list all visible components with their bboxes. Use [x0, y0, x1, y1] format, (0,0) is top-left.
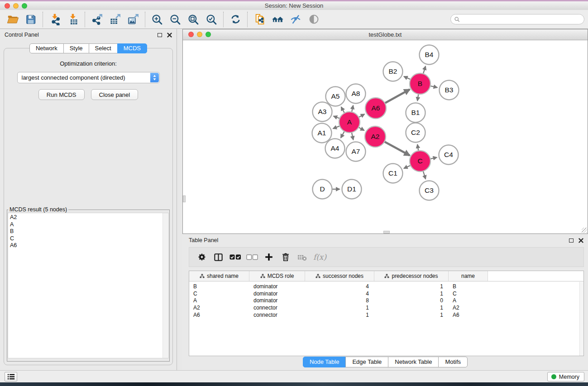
result-item[interactable]: C [8, 235, 168, 243]
run-mcds-button[interactable]: Run MCDS [38, 89, 85, 100]
float-panel-icon[interactable] [569, 238, 574, 243]
search-input[interactable] [462, 16, 584, 23]
add-column-button[interactable] [260, 252, 277, 262]
table-scrollbar[interactable] [579, 282, 583, 356]
tab-network-table[interactable]: Network Table [388, 357, 439, 367]
zoom-in-button[interactable] [148, 12, 166, 27]
graph-edge-B-B3[interactable] [430, 86, 437, 87]
zoom-out-button[interactable] [166, 12, 184, 27]
mcds-result-listbox[interactable]: A2ABCA6 [8, 213, 169, 358]
column-header-successor-nodes[interactable]: successor nodes [305, 271, 374, 281]
graph-edge-B-B2[interactable] [404, 76, 411, 80]
graph-edge-A6-B[interactable] [385, 90, 410, 103]
graph-edge-A-A8[interactable] [352, 105, 353, 112]
export-network-button[interactable] [88, 12, 106, 27]
column-header-shared-name[interactable]: shared name [189, 271, 249, 281]
network-graph[interactable]: B4B2BB3A5A8A6A3B1AA1C2A2A4A7C4CC1C3DD1 [183, 40, 588, 234]
criterion-dropdown[interactable]: largest connected component (directed) [17, 72, 160, 83]
table-settings-button[interactable] [193, 252, 210, 262]
search-field[interactable] [450, 14, 584, 24]
minimize-window-button[interactable] [13, 3, 19, 9]
graph-edge-A-A2[interactable] [359, 127, 364, 130]
table-cell: B [449, 283, 488, 290]
table-row[interactable]: Bdominator41B [189, 283, 583, 290]
network-canvas[interactable]: B4B2BB3A5A8A6A3B1AA1C2A2A4A7C4CC1C3DD1 [183, 40, 588, 234]
zoom-window-button[interactable] [22, 3, 27, 9]
refresh-icon [230, 14, 241, 25]
tab-network[interactable]: Network [29, 43, 64, 53]
tab-edge-table[interactable]: Edge Table [345, 357, 388, 367]
graph-node-label: A4 [331, 144, 339, 152]
graph-edge-C-C4[interactable] [430, 157, 437, 159]
graph-edge-B-B1[interactable] [417, 94, 418, 101]
graph-node-label: A1 [318, 129, 326, 137]
first-neighbors-button[interactable] [268, 12, 287, 27]
tab-motifs[interactable]: Motifs [438, 357, 468, 367]
zoom-selected-button[interactable] [202, 12, 220, 27]
result-item[interactable]: A [8, 221, 168, 229]
graph-edge-A-A6[interactable] [359, 114, 364, 117]
close-panel-icon[interactable] [578, 238, 583, 243]
import-table-button[interactable] [64, 12, 82, 27]
export-image-button[interactable] [124, 12, 142, 27]
memory-button[interactable]: Memory [547, 372, 584, 381]
column-header-predecessor-nodes[interactable]: predecessor nodes [374, 271, 449, 281]
graph-edge-C-C3[interactable] [423, 171, 425, 179]
graph-edge-A-A7[interactable] [352, 132, 354, 140]
graph-edge-C-C2[interactable] [417, 144, 418, 151]
graph-edge-A-A3[interactable] [334, 116, 340, 118]
result-item[interactable]: A2 [8, 213, 168, 221]
export-table-button[interactable] [106, 12, 124, 27]
main-toolbar [0, 10, 588, 29]
corner-resize-grip[interactable] [582, 228, 587, 233]
close-panel-icon[interactable] [167, 33, 172, 38]
show-columns-button[interactable] [210, 252, 227, 262]
import-network-button[interactable] [46, 12, 64, 27]
network-zoom-button[interactable] [206, 32, 211, 37]
table-row[interactable]: A2connector11A2 [189, 304, 583, 311]
result-item[interactable]: A6 [8, 242, 168, 249]
column-header-mcds-role[interactable]: MCDS role [249, 271, 305, 281]
result-scrollbar[interactable] [163, 213, 168, 358]
column-header-name[interactable]: name [449, 271, 488, 281]
graph-node-label: D1 [347, 185, 356, 193]
open-session-button[interactable] [4, 12, 22, 27]
select-all-button[interactable] [227, 254, 244, 260]
close-window-button[interactable] [5, 3, 10, 9]
delete-column-button[interactable] [277, 252, 294, 262]
clone-network-button[interactable] [250, 12, 268, 27]
graph-node-label: A3 [318, 108, 327, 115]
tab-node-table[interactable]: Node Table [303, 357, 346, 367]
graph-edge-A2-C[interactable] [384, 142, 410, 156]
bottom-resize-grip[interactable] [383, 231, 390, 234]
deselect-all-button[interactable] [244, 254, 260, 260]
table-row[interactable]: A6connector11A6 [189, 311, 583, 319]
network-window-titlebar[interactable]: testGlobe.txt [183, 29, 588, 40]
close-panel-button[interactable]: Close panel [91, 89, 139, 100]
table-row[interactable]: Adominator80A [189, 297, 583, 305]
hide-selected-button[interactable] [287, 12, 305, 27]
function-builder-button[interactable]: f(x) [311, 253, 327, 262]
network-close-button[interactable] [188, 32, 194, 37]
refresh-button[interactable] [226, 12, 244, 27]
graph-edge-A-A4[interactable] [341, 131, 344, 138]
network-minimize-button[interactable] [197, 32, 202, 37]
left-resize-grip[interactable] [183, 195, 186, 202]
save-session-button[interactable] [22, 12, 40, 27]
graph-edge-A-A1[interactable] [333, 126, 340, 129]
task-history-button[interactable] [5, 372, 17, 381]
delete-table-button[interactable] [294, 252, 311, 262]
node-table[interactable]: shared name MCDS role successor nodes pr… [189, 271, 584, 356]
show-all-button[interactable] [305, 12, 323, 27]
function-builder-label: f(x) [311, 253, 326, 262]
graph-edge-C-C1[interactable] [404, 165, 411, 168]
table-row[interactable]: Cdominator41C [189, 290, 583, 297]
graph-edge-B-B4[interactable] [423, 66, 425, 74]
tab-select[interactable]: Select [89, 43, 118, 53]
tab-style[interactable]: Style [63, 43, 89, 53]
zoom-fit-button[interactable] [184, 12, 202, 27]
graph-edge-A-A5[interactable] [341, 107, 344, 113]
tab-mcds[interactable]: MCDS [117, 43, 147, 53]
result-item[interactable]: B [8, 228, 168, 235]
float-panel-icon[interactable] [158, 33, 162, 37]
